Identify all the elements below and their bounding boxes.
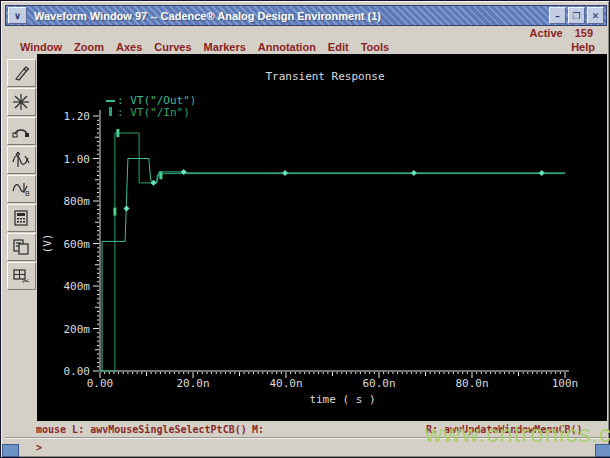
pen-tool-button[interactable] — [7, 59, 36, 87]
data-point-marker[interactable] — [124, 205, 130, 211]
mouse-middle-binding: M: — [252, 424, 264, 435]
traces — [100, 129, 565, 371]
data-point-marker[interactable] — [411, 170, 417, 176]
data-point-marker[interactable] — [116, 129, 119, 137]
copy-window-button[interactable] — [7, 233, 36, 261]
svg-text:400m: 400m — [64, 280, 91, 293]
calculator-icon — [11, 208, 31, 228]
calculator-button[interactable] — [7, 204, 36, 232]
legend-marker-dash — [106, 100, 115, 102]
resize-grip-bottom-left[interactable] — [2, 444, 19, 457]
svg-text:200m: 200m — [64, 323, 91, 336]
star-burst-icon — [11, 92, 31, 112]
window-controls: – ❐ ✕ — [549, 7, 604, 24]
svg-text:1.00: 1.00 — [64, 153, 91, 166]
active-status-label: Active — [530, 27, 563, 39]
main-content: B ✂ 0.0020.0n40.0n60.0n80.0n100n0.00200m… — [5, 54, 607, 421]
menu-item-annotation[interactable]: Annotation — [252, 41, 322, 53]
svg-text:B: B — [25, 190, 30, 198]
svg-text:600m: 600m — [64, 238, 91, 251]
data-point-marker[interactable] — [282, 170, 288, 176]
window-menu-button[interactable]: ∨ — [8, 7, 27, 24]
data-point-marker[interactable] — [181, 169, 187, 175]
svg-text:0.00: 0.00 — [87, 377, 114, 390]
svg-text:80.0n: 80.0n — [455, 377, 488, 390]
session-status-row: Active 159 — [5, 26, 607, 39]
zoom-star-button[interactable] — [7, 88, 36, 116]
waveform-window: ∨ Waveform Window 97 -- Cadence® Analog … — [0, 0, 610, 458]
waveform-clip-icon — [11, 150, 31, 170]
menu-item-tools[interactable]: Tools — [355, 41, 396, 53]
arc-icon — [11, 121, 31, 141]
menu-item-edit[interactable]: Edit — [322, 41, 355, 53]
maximize-button[interactable]: ❐ — [568, 7, 585, 24]
x-axis-ticks — [100, 372, 565, 378]
menu-item-markers[interactable]: Markers — [198, 41, 252, 53]
svg-text:1.20: 1.20 — [64, 110, 91, 123]
chevron-down-icon: ∨ — [14, 11, 21, 21]
side-toolbar: B ✂ — [5, 54, 37, 421]
trace-0[interactable] — [100, 159, 565, 372]
y-axis-title: (V) — [41, 234, 54, 254]
waveform-canvas[interactable]: 0.0020.0n40.0n60.0n80.0n100n0.00200m400m… — [37, 54, 607, 421]
svg-text:20.0n: 20.0n — [176, 377, 209, 390]
data-point-marker[interactable] — [539, 170, 545, 176]
watermark-text: www.cntronics.com — [425, 420, 610, 448]
minimize-button[interactable]: – — [549, 7, 566, 24]
data-point-marker[interactable] — [159, 171, 162, 179]
mouse-left-binding: mouse L: awvMouseSingleSelectPtCB() — [36, 424, 247, 435]
arc-tool-button[interactable] — [7, 117, 36, 145]
copy-pages-icon — [11, 237, 31, 257]
data-point-marker[interactable] — [113, 208, 116, 216]
menu-bar: WindowZoomAxesCurvesMarkersAnnotationEdi… — [5, 39, 607, 54]
menu-items: WindowZoomAxesCurvesMarkersAnnotationEdi… — [14, 41, 395, 53]
minimize-icon: – — [555, 11, 560, 21]
waveform-clip-button[interactable] — [7, 146, 36, 174]
window-scissors-icon: ✂ — [11, 266, 31, 286]
close-button[interactable]: ✕ — [587, 7, 604, 24]
legend: : VT("/Out"): VT("/In") — [106, 94, 196, 119]
axes — [100, 110, 569, 371]
transient-response-plot[interactable]: 0.0020.0n40.0n60.0n80.0n100n0.00200m400m… — [37, 54, 607, 421]
menu-item-window[interactable]: Window — [14, 41, 68, 53]
y-axis-ticks — [93, 116, 99, 371]
legend-marker-bar — [109, 107, 112, 116]
menu-item-zoom[interactable]: Zoom — [68, 41, 110, 53]
prompt-symbol: > — [36, 442, 42, 453]
x-axis-labels: 0.0020.0n40.0n60.0n80.0n100n — [87, 377, 579, 390]
trace-1[interactable] — [100, 133, 565, 371]
maximize-icon: ❐ — [572, 11, 580, 21]
chart-title: Transient Response — [265, 70, 384, 83]
x-axis-title: time ( s ) — [309, 393, 375, 406]
menu-item-axes[interactable]: Axes — [110, 41, 148, 53]
menu-item-help[interactable]: Help — [571, 41, 607, 53]
y-axis-labels: 0.00200m400m600m800m1.001.20 — [64, 110, 91, 378]
svg-text:100n: 100n — [552, 377, 579, 390]
svg-text:40.0n: 40.0n — [269, 377, 302, 390]
menu-item-curves[interactable]: Curves — [148, 41, 197, 53]
pen-icon — [11, 63, 31, 83]
waveform-b-button[interactable]: B — [7, 175, 36, 203]
close-icon: ✕ — [592, 11, 600, 21]
legend-entry[interactable]: : VT("/In") — [117, 106, 190, 119]
subwindow-cut-button[interactable]: ✂ — [7, 262, 36, 290]
title-bar[interactable]: ∨ Waveform Window 97 -- Cadence® Analog … — [5, 5, 607, 26]
active-count: 159 — [575, 27, 593, 39]
waveform-b-icon: B — [11, 179, 31, 199]
window-title: Waveform Window 97 -- Cadence® Analog De… — [34, 10, 381, 22]
svg-text:✂: ✂ — [22, 276, 30, 286]
svg-text:800m: 800m — [64, 195, 91, 208]
svg-text:0.00: 0.00 — [64, 365, 91, 378]
svg-text:60.0n: 60.0n — [362, 377, 395, 390]
